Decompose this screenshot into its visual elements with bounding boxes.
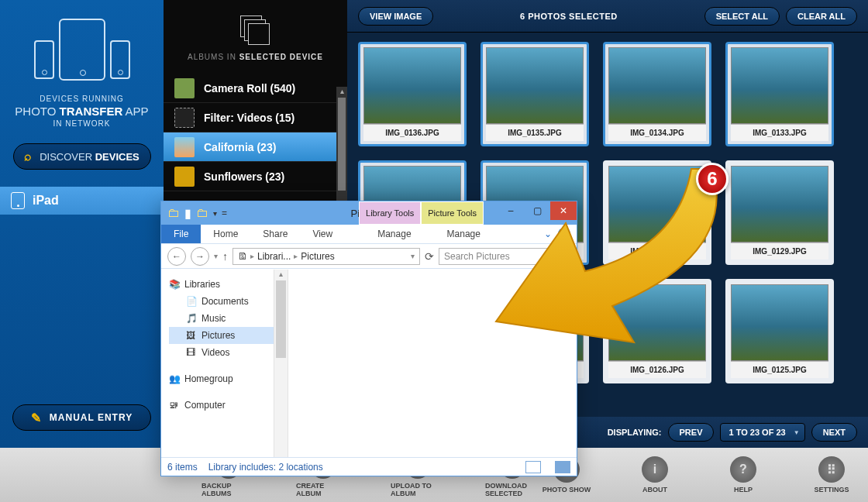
manage-tab-2[interactable]: Manage xyxy=(435,229,493,239)
album-label: California (23) xyxy=(204,141,276,153)
explorer-window: 🗀 ▮ 🗀 ▾ = Pictures Library Tools Picture… xyxy=(160,201,577,476)
quickaccess-icons: 🗀 ▮ 🗀 ▾ = xyxy=(161,206,233,221)
photo-caption: IMG_0129.JPG xyxy=(731,242,828,260)
view-tab[interactable]: View xyxy=(300,229,345,239)
nav-back-button[interactable]: ← xyxy=(167,247,186,266)
folder-icon: 🗀 xyxy=(167,206,180,220)
library-tools-tab[interactable]: Library Tools xyxy=(359,201,421,225)
album-row-california[interactable]: California (23) xyxy=(164,132,347,162)
document-icon: 📄 xyxy=(186,296,197,307)
libraries-icon: 📚 xyxy=(169,279,180,290)
photo-thumbnail xyxy=(731,166,828,242)
pencil-icon: ✎ xyxy=(31,411,42,425)
folder-icon: 🗀 xyxy=(196,206,208,220)
help-button[interactable]: ?HELP xyxy=(716,456,770,493)
next-button[interactable]: NEXT xyxy=(811,423,857,442)
grid-icon: ⠿ xyxy=(818,456,845,483)
album-label: Filter: Videos (15) xyxy=(204,112,294,124)
photo-thumbnail xyxy=(608,47,706,124)
search-input[interactable]: Search Pictures⌕ xyxy=(439,248,570,265)
help-icon[interactable]: ? xyxy=(558,228,570,240)
tree-documents[interactable]: 📄Documents xyxy=(169,293,274,310)
album-row-filter-videos[interactable]: Filter: Videos (15) xyxy=(164,103,347,132)
photo-card[interactable]: IMG_0134.JPG xyxy=(603,42,711,146)
prev-button[interactable]: PREV xyxy=(668,423,715,442)
chevron-down-icon[interactable]: ▾ xyxy=(214,252,218,260)
tb-label: HELP xyxy=(734,486,753,493)
albums-title: ALBUMS IN SELECTED DEVICE xyxy=(164,53,347,61)
nav-up-button[interactable]: ↑ xyxy=(222,250,228,263)
photo-card[interactable]: IMG_0126.JPG xyxy=(603,279,711,383)
explorer-tree: 📚Libraries 📄Documents 🎵Music 🖼Pictures 🎞… xyxy=(161,270,274,457)
tree-pictures[interactable]: 🖼Pictures xyxy=(169,327,274,344)
tree-music[interactable]: 🎵Music xyxy=(169,310,274,327)
album-row-sunflowers[interactable]: Sunflowers (23) xyxy=(164,162,347,191)
question-icon: ? xyxy=(730,456,756,483)
tree-computer[interactable]: 🖳Computer xyxy=(169,397,274,414)
manual-entry-button[interactable]: ✎ MANUAL ENTRY xyxy=(12,404,151,431)
tree-libraries[interactable]: 📚Libraries xyxy=(169,276,274,293)
selection-count: 6 PHOTOS SELECTED xyxy=(520,12,618,21)
minimize-button[interactable]: – xyxy=(498,201,524,220)
path-leaf: Pictures xyxy=(301,251,334,262)
album-row-camera-roll[interactable]: Camera Roll (540) xyxy=(164,74,347,103)
info-icon: i xyxy=(642,456,668,483)
device-row-ipad[interactable]: iPad xyxy=(0,187,164,215)
photo-caption: IMG_0135.JPG xyxy=(486,124,584,141)
view-icons-button[interactable] xyxy=(555,461,570,473)
music-icon: 🎵 xyxy=(186,313,197,324)
manual-label: MANUAL ENTRY xyxy=(50,412,133,423)
folder-icon: 🖻 xyxy=(238,251,247,262)
album-label: Camera Roll (540) xyxy=(204,82,295,95)
left-panel: DEVICES RUNNING PHOTO TRANSFER APP IN NE… xyxy=(0,0,164,448)
path-root: Librari... xyxy=(257,251,291,262)
clear-all-button[interactable]: CLEAR ALL xyxy=(786,7,857,26)
device-label: iPad xyxy=(33,194,59,208)
search-icon: ⌕ xyxy=(560,251,565,262)
tb-label: UPLOAD TO ALBUM xyxy=(391,482,445,497)
tree-videos[interactable]: 🎞Videos xyxy=(169,344,274,361)
refresh-button[interactable]: ⟳ xyxy=(425,250,434,263)
home-tab[interactable]: Home xyxy=(201,229,250,239)
file-menu[interactable]: File xyxy=(161,225,201,243)
photo-card[interactable]: IMG_0129.JPG xyxy=(725,160,834,265)
close-button[interactable]: ✕ xyxy=(550,201,577,220)
tb-label: PHOTO SHOW xyxy=(542,486,591,493)
photo-card[interactable]: IMG_0130.JPG xyxy=(603,160,711,265)
photo-card[interactable]: IMG_0125.JPG xyxy=(725,279,834,383)
app-strong: TRANSFER xyxy=(60,105,123,118)
explorer-content[interactable] xyxy=(288,270,577,457)
page-range-combo[interactable]: 1 TO 23 OF 23 xyxy=(720,423,804,442)
view-details-button[interactable] xyxy=(525,461,541,473)
photo-card[interactable]: IMG_0133.JPG xyxy=(725,42,834,146)
maximize-button[interactable]: ▢ xyxy=(524,201,550,220)
tree-homegroup[interactable]: 👥Homegroup xyxy=(169,370,274,387)
displaying-label: DISPLAYING: xyxy=(608,428,662,437)
share-tab[interactable]: Share xyxy=(250,229,300,239)
discover-devices-button[interactable]: ⌕ DISCOVER DEVICES xyxy=(13,143,151,170)
explorer-ribbon: File Home Share View Manage Manage ⌄? ← … xyxy=(161,225,577,269)
computer-icon: 🖳 xyxy=(169,400,180,411)
explorer-statusbar: 6 items Library includes: 2 locations xyxy=(161,457,577,476)
settings-button[interactable]: ⠿SETTINGS xyxy=(804,456,859,493)
about-button[interactable]: iABOUT xyxy=(628,456,682,493)
photo-thumbnail xyxy=(608,284,706,361)
tree-scrollbar[interactable] xyxy=(274,270,288,457)
address-bar[interactable]: 🖻 ▸ Librari... ▸ Pictures ▾ xyxy=(232,248,420,265)
photo-thumbnail xyxy=(731,47,828,124)
manage-tab[interactable]: Manage xyxy=(365,229,423,239)
tb-label: SETTINGS xyxy=(814,486,849,493)
picture-tools-tab[interactable]: Picture Tools xyxy=(421,201,484,225)
chevron-down-icon[interactable]: ⌄ xyxy=(544,229,552,239)
select-all-button[interactable]: SELECT ALL xyxy=(704,7,780,26)
explorer-titlebar[interactable]: 🗀 ▮ 🗀 ▾ = Pictures Library Tools Picture… xyxy=(161,201,577,225)
folder-icon: ▮ xyxy=(184,206,191,221)
photo-card[interactable]: IMG_0135.JPG xyxy=(480,42,589,146)
view-image-button[interactable]: VIEW IMAGE xyxy=(358,7,433,26)
photo-card[interactable]: IMG_0136.JPG xyxy=(358,42,467,146)
photo-caption: IMG_0133.JPG xyxy=(731,124,828,141)
nav-forward-button[interactable]: → xyxy=(191,247,209,266)
pictures-icon: 🖼 xyxy=(186,330,197,341)
tablet-icon xyxy=(11,192,25,209)
tb-label: BACKUP ALBUMS xyxy=(202,482,256,497)
